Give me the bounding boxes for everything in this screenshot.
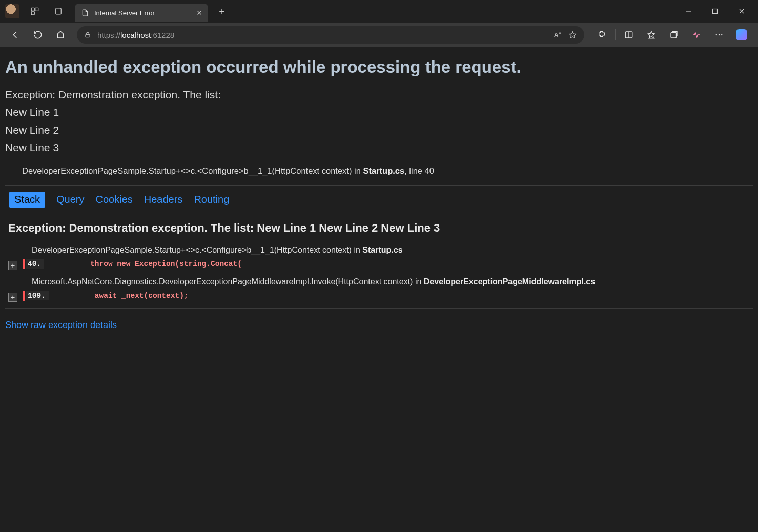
nav-bar: https://localhost:61228 A» xyxy=(0,23,758,47)
svg-rect-3 xyxy=(56,8,62,14)
show-raw-details-link[interactable]: Show raw exception details xyxy=(5,309,117,336)
frame-method: DeveloperExceptionPageSample.Startup+<>c… xyxy=(23,245,403,255)
url-text: https://localhost:61228 xyxy=(97,31,174,39)
stack-header: Exception: Demonstration exception. The … xyxy=(5,215,753,241)
tab-actions-icon[interactable] xyxy=(48,1,69,22)
home-button[interactable] xyxy=(50,25,71,45)
svg-rect-1 xyxy=(35,8,38,11)
star-icon[interactable] xyxy=(568,31,577,39)
code-marker xyxy=(23,259,25,269)
separator xyxy=(5,214,753,214)
line-number: 40. xyxy=(26,259,44,269)
separator xyxy=(5,308,753,309)
refresh-button[interactable] xyxy=(28,25,48,45)
lock-icon xyxy=(84,31,91,38)
copilot-button[interactable] xyxy=(730,25,753,45)
read-aloud-icon[interactable]: A» xyxy=(554,31,561,39)
tab-title: Internal Server Error xyxy=(94,9,155,17)
svg-rect-2 xyxy=(31,12,34,15)
collections-icon[interactable] xyxy=(663,25,685,45)
close-window-button[interactable] xyxy=(728,2,755,21)
extensions-icon[interactable] xyxy=(590,25,613,45)
split-screen-icon[interactable] xyxy=(618,25,640,45)
code-snippet: await _next(context); xyxy=(49,292,189,300)
exception-line: New Line 1 xyxy=(5,104,753,121)
frame-method: Microsoft.AspNetCore.Diagnostics.Develop… xyxy=(23,277,595,287)
minimize-button[interactable] xyxy=(675,2,702,21)
tab-query[interactable]: Query xyxy=(56,194,84,206)
separator xyxy=(5,336,753,336)
workspaces-icon[interactable] xyxy=(25,1,45,22)
close-icon[interactable] xyxy=(196,9,203,16)
page-title: An unhandled exception occurred while pr… xyxy=(5,54,753,84)
stack-frame: Microsoft.AspNetCore.Diagnostics.Develop… xyxy=(5,273,753,305)
browser-chrome: Internal Server Error + https://localhos… xyxy=(0,0,758,47)
maximize-button[interactable] xyxy=(702,2,728,21)
tab-stack[interactable]: Stack xyxy=(9,192,45,208)
browser-tab[interactable]: Internal Server Error xyxy=(75,4,208,22)
new-tab-button[interactable]: + xyxy=(213,4,231,21)
svg-rect-4 xyxy=(713,9,718,14)
svg-point-10 xyxy=(716,34,717,35)
tab-headers[interactable]: Headers xyxy=(144,194,183,206)
page-content: An unhandled exception occurred while pr… xyxy=(0,47,758,532)
window-controls xyxy=(675,2,755,21)
expand-frame-button[interactable]: + xyxy=(8,293,17,302)
svg-point-11 xyxy=(719,34,720,35)
toolbar-divider xyxy=(615,29,616,40)
separator xyxy=(5,185,753,186)
tab-routing[interactable]: Routing xyxy=(194,194,229,206)
expand-frame-button[interactable]: + xyxy=(8,261,17,270)
code-marker xyxy=(23,291,25,301)
title-bar: Internal Server Error + xyxy=(0,0,758,23)
scrollbar[interactable] xyxy=(751,98,758,528)
svg-rect-5 xyxy=(86,34,90,37)
tab-cookies[interactable]: Cookies xyxy=(96,194,133,206)
detail-tabs: Stack Query Cookies Headers Routing xyxy=(5,187,753,213)
document-icon xyxy=(81,9,89,17)
svg-rect-0 xyxy=(31,8,34,11)
profile-avatar[interactable] xyxy=(5,4,19,18)
toolbar-right xyxy=(590,25,753,45)
line-number: 109. xyxy=(26,291,49,300)
svg-rect-9 xyxy=(671,33,677,38)
exception-origin: DeveloperExceptionPageSample.Startup+<>c… xyxy=(5,162,753,184)
back-button[interactable] xyxy=(5,25,26,45)
performance-icon[interactable] xyxy=(685,25,708,45)
favorites-icon[interactable] xyxy=(640,25,663,45)
exception-line: New Line 2 xyxy=(5,121,753,139)
exception-line: New Line 3 xyxy=(5,139,753,156)
more-icon[interactable] xyxy=(708,25,730,45)
svg-point-12 xyxy=(721,34,722,35)
exception-prefix: Exception: Demonstration exception. The … xyxy=(5,86,753,104)
code-snippet: throw new Exception(string.Concat( xyxy=(44,260,242,268)
address-bar[interactable]: https://localhost:61228 A» xyxy=(77,26,584,44)
copilot-icon xyxy=(736,29,747,40)
stack-frame: DeveloperExceptionPageSample.Startup+<>c… xyxy=(5,241,753,273)
exception-summary: Exception: Demonstration exception. The … xyxy=(5,84,753,162)
